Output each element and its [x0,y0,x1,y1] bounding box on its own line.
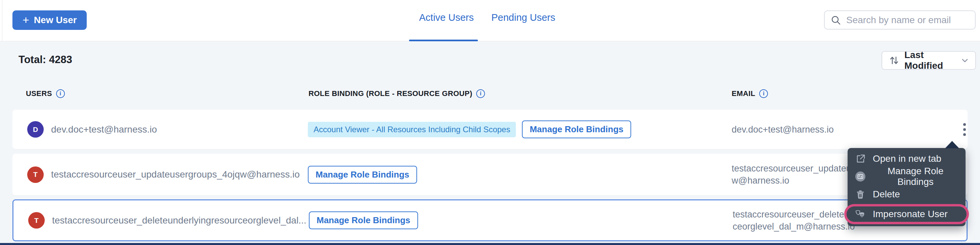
menu-item-label: Delete [873,189,900,200]
menu-item-open-in-new-tab[interactable]: Open in new tab [848,150,966,168]
context-menu-caret [945,141,959,149]
avatar: D [27,121,44,138]
menu-item-impersonate-user[interactable]: Impersonate User [844,204,969,224]
chevron-down-icon [961,56,969,65]
users-column-label: USERS [26,89,52,98]
menu-item-label: Manage Role Bindings [873,166,958,187]
column-header-role-binding: ROLE BINDING (ROLE - RESOURCE GROUP) i [309,89,485,98]
email-cell: dev.doc+test@harness.io [732,110,928,149]
user-name: testaccresourceuser_deleteunderlyingreso… [52,215,306,226]
manage-role-bindings-button[interactable]: Manage Role Bindings [522,120,631,138]
search-icon [831,15,841,25]
menu-item-label: Impersonate User [873,209,948,220]
avatar: T [28,212,45,229]
column-header-users: USERS i [26,89,65,98]
user-cell: D dev.doc+test@harness.io [27,110,157,149]
manage-role-bindings-button[interactable]: Manage Role Bindings [309,212,418,229]
table-row[interactable]: D dev.doc+test@harness.io Account Viewer… [13,110,967,149]
delete-icon [855,189,866,200]
role-binding-cell: Account Viewer - All Resources Including… [308,110,631,149]
user-name: dev.doc+test@harness.io [51,124,157,135]
bottom-edge-bar [0,243,980,245]
menu-item-label: Open in new tab [873,153,941,164]
top-header: + New User Active Users Pending Users [0,0,980,41]
role-binding-tag: Account Viewer - All Resources Including… [308,122,516,137]
sort-arrows-icon [889,55,899,65]
user-cell: T testaccresourceuser_deleteunderlyingre… [28,200,306,240]
row-actions-context-menu: Open in new tab Manage Role Bindings [848,148,966,226]
search-input[interactable] [846,15,969,25]
role-binding-cell: Manage Role Bindings [309,200,418,240]
impersonate-user-icon [855,209,866,220]
open-in-new-tab-icon [855,153,866,164]
sort-dropdown[interactable]: Last Modified [881,51,976,70]
email-line: dev.doc+test@harness.io [732,123,928,136]
search-box[interactable] [824,10,976,30]
info-icon[interactable]: i [759,89,768,98]
new-user-button[interactable]: + New User [13,10,87,30]
user-management-page: + New User Active Users Pending Users To… [0,0,980,245]
user-name: testaccresourceuser_updateusergroups_4oj… [51,169,300,180]
sort-selected-value: Last Modified [904,50,955,71]
info-icon[interactable]: i [56,89,65,98]
manage-role-bindings-icon [855,171,866,182]
table-row[interactable]: T testaccresourceuser_updateusergroups_4… [13,154,967,195]
menu-item-delete[interactable]: Delete [848,186,966,203]
total-count: Total: 4283 [19,54,72,66]
role-binding-cell: Manage Role Bindings [308,154,417,195]
role-binding-column-label: ROLE BINDING (ROLE - RESOURCE GROUP) [309,89,472,98]
manage-role-bindings-button[interactable]: Manage Role Bindings [308,166,417,183]
menu-item-manage-role-bindings[interactable]: Manage Role Bindings [848,168,966,186]
left-edge-divider [2,0,2,41]
plus-icon: + [22,14,29,25]
table-row-selected[interactable]: T testaccresourceuser_deleteunderlyingre… [13,199,967,241]
info-icon[interactable]: i [476,89,485,98]
row-actions-kebab-icon[interactable] [957,119,972,140]
new-user-label: New User [34,15,77,25]
user-cell: T testaccresourceuser_updateusergroups_4… [27,154,300,195]
tab-pending-users[interactable]: Pending Users [492,12,555,23]
column-header-email: EMAIL i [732,89,768,98]
avatar: T [27,166,44,183]
tab-active-users[interactable]: Active Users [419,12,474,23]
email-column-label: EMAIL [732,89,755,98]
active-tab-underline [409,40,478,41]
